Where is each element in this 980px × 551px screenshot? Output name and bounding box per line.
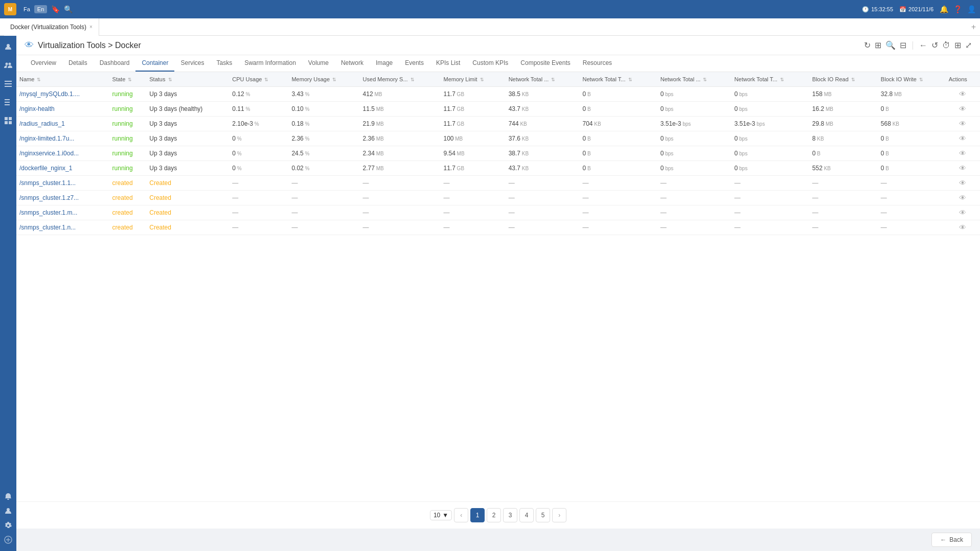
new-tab-button[interactable]: + [971,22,976,32]
lang-en[interactable]: En [34,5,47,13]
notification-icon[interactable]: 🔔 [940,5,948,13]
reload-button[interactable]: ↺ [931,40,938,50]
next-page-button[interactable]: › [552,508,566,522]
col-net-total-3[interactable]: Network Total ... ⇅ [657,72,732,87]
col-net-total-2[interactable]: Network Total T... ⇅ [579,72,657,87]
cell-bio-read: 158 MB [809,87,878,102]
tab-tasks[interactable]: Tasks [210,55,238,72]
sidebar-icon-settings[interactable] [1,518,15,533]
lang-fa[interactable]: Fa [20,5,33,13]
cell-status: Up 3 days [146,131,229,146]
cell-cpu: 0 % [229,146,288,161]
tab-image[interactable]: Image [370,55,399,72]
page-button-1[interactable]: 1 [470,508,485,522]
tab-overview[interactable]: Overview [25,55,62,72]
page-button-3[interactable]: 3 [503,508,517,522]
user-icon[interactable]: 👤 [967,5,976,13]
sidebar-icon-list[interactable] [1,77,15,91]
view-action-icon[interactable]: 👁 [959,134,966,143]
search-button[interactable]: 🔍 [885,40,896,50]
view-action-icon[interactable]: 👁 [959,90,966,98]
browser-tab[interactable]: Docker (Virtualization Tools) × [4,18,99,36]
tab-services[interactable]: Services [174,55,210,72]
cell-net2: — [579,205,657,220]
columns-button[interactable]: ⊞ [875,40,881,50]
view-action-icon[interactable]: 👁 [959,223,966,232]
col-net-total-1[interactable]: Network Total ... ⇅ [506,72,580,87]
tab-network[interactable]: Network [335,55,370,72]
logo: M [4,3,16,15]
col-name[interactable]: Name ⇅ [16,72,109,87]
cell-status: Up 3 days [146,146,229,161]
tab-resources[interactable]: Resources [577,55,618,72]
table-row: /snmps_cluster.1.m... created Created — … [16,205,980,220]
timer-button[interactable]: ⏱ [942,41,950,50]
col-bio-read[interactable]: Block IO Read ⇅ [809,72,878,87]
tab-close-button[interactable]: × [89,24,93,30]
cell-bio-read: — [809,176,878,191]
cell-bio-write: 0 B [878,131,946,146]
page-size-select[interactable]: 10 ▼ [430,510,452,520]
view-action-icon[interactable]: 👁 [959,120,966,128]
svg-rect-8 [5,104,10,105]
col-status[interactable]: Status ⇅ [146,72,229,87]
sidebar-icon-gear[interactable] [1,533,15,547]
sidebar-icon-grid[interactable] [1,113,15,128]
cell-net4: 0 bps [732,161,809,176]
back-button[interactable]: ← Back [931,533,972,547]
view-action-icon[interactable]: 👁 [959,194,966,202]
view-action-icon[interactable]: 👁 [959,164,966,172]
col-memory-limit[interactable]: Memory Limit ⇅ [440,72,505,87]
col-state[interactable]: State ⇅ [109,72,147,87]
cell-net3: 0 bps [657,131,732,146]
prev-page-button[interactable]: ‹ [454,508,468,522]
cell-bio-write: — [878,205,946,220]
tab-composite-events[interactable]: Composite Events [514,55,576,72]
clock-icon: 🕐 [862,6,869,13]
tab-volume[interactable]: Volume [302,55,335,72]
page-size-value: 10 [434,512,440,519]
tab-custom-kpis[interactable]: Custom KPIs [466,55,514,72]
page-button-4[interactable]: 4 [519,508,534,522]
cell-net2: 0 B [579,131,657,146]
tab-dashboard[interactable]: Dashboard [94,55,136,72]
sidebar-icon-user-account[interactable] [1,504,15,518]
tab-swarm-information[interactable]: Swarm Information [238,55,302,72]
col-memory-usage[interactable]: Memory Usage ⇅ [288,72,359,87]
tab-details[interactable]: Details [62,55,94,72]
search-icon[interactable]: 🔍 [64,5,73,13]
view-action-icon[interactable]: 👁 [959,209,966,217]
sidebar-icon-users[interactable] [1,58,15,73]
layout-button[interactable]: ⊞ [954,40,961,50]
col-used-memory[interactable]: Used Memory S... ⇅ [360,72,441,87]
cell-net4: — [732,176,809,191]
sidebar-icon-profile[interactable] [1,40,15,54]
view-action-icon[interactable]: 👁 [959,179,966,187]
cell-name: /snmps_cluster.1.m... [16,205,109,220]
view-action-icon[interactable]: 👁 [959,149,966,157]
help-icon[interactable]: ❓ [953,5,962,13]
cell-net3: — [657,205,732,220]
sidebar-icon-menu[interactable] [1,95,15,109]
cell-actions: 👁 [946,205,980,220]
tab-events[interactable]: Events [399,55,430,72]
cell-mem-limit: 100 MB [440,131,505,146]
bookmark-icon[interactable]: 🔖 [51,5,60,13]
col-bio-write[interactable]: Block IO Write ⇅ [878,72,946,87]
filter-button[interactable]: ⊟ [900,40,906,50]
cell-net2: — [579,220,657,235]
cell-used-mem: — [360,220,441,235]
table-row: /snmps_cluster.1.1... created Created — … [16,176,980,191]
tab-kpis-list[interactable]: KPIs List [430,55,466,72]
expand-button[interactable]: ⤢ [965,40,972,50]
col-cpu-usage[interactable]: CPU Usage ⇅ [229,72,288,87]
tab-container[interactable]: Container [135,55,174,72]
col-net-total-4[interactable]: Network Total T... ⇅ [732,72,809,87]
page-button-5[interactable]: 5 [536,508,550,522]
page-button-2[interactable]: 2 [487,508,501,522]
cell-cpu: — [229,191,288,205]
refresh-button[interactable]: ↻ [864,40,871,50]
view-action-icon[interactable]: 👁 [959,105,966,113]
back-nav-button[interactable]: ← [919,41,927,50]
sidebar-icon-notifications[interactable] [1,490,15,504]
